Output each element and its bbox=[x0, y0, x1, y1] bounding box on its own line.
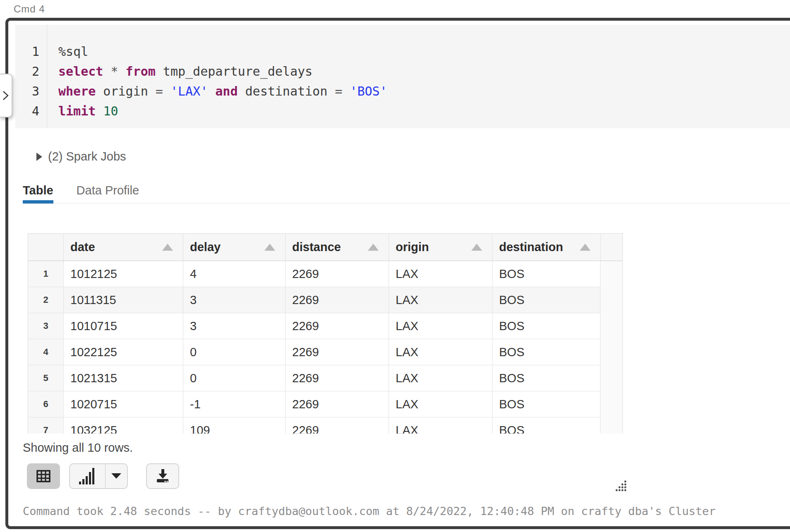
line-number: 2 bbox=[15, 62, 39, 81]
download-results-button[interactable] bbox=[146, 463, 179, 489]
chart-type-dropdown-button[interactable] bbox=[106, 464, 127, 488]
resize-handle[interactable] bbox=[615, 480, 627, 492]
table-cell: 2269 bbox=[285, 391, 389, 417]
table-cell: LAX bbox=[389, 365, 492, 391]
table-cell: 1021315 bbox=[63, 365, 183, 391]
table-row: 3101071532269LAXBOS bbox=[28, 313, 601, 339]
table-cell: BOS bbox=[492, 287, 600, 313]
code-text: limit 10 bbox=[39, 101, 118, 121]
chart-view-button[interactable] bbox=[70, 464, 106, 488]
table-cell: BOS bbox=[492, 261, 600, 287]
row-number: 4 bbox=[28, 339, 63, 365]
code-text: where origin = 'LAX' and destination = '… bbox=[39, 81, 387, 101]
row-number-header bbox=[28, 234, 63, 261]
notebook-cell: 1%sql2select * from tmp_departure_delays… bbox=[5, 18, 790, 529]
table-cell: 1032125 bbox=[63, 417, 183, 434]
table-row: 61020715-12269LAXBOS bbox=[28, 391, 601, 417]
bar-chart-icon bbox=[79, 468, 96, 484]
notebook-page: Cmd 4 1%sql2select * from tmp_departure_… bbox=[0, 0, 790, 532]
rows-status: Showing all 10 rows. bbox=[23, 441, 133, 455]
table-row: 710321251092269LAXBOS bbox=[28, 417, 601, 434]
results-toolbar bbox=[27, 463, 179, 489]
sort-icon bbox=[264, 244, 275, 251]
table-cell: LAX bbox=[389, 313, 492, 339]
code-line: 1%sql bbox=[15, 42, 790, 62]
table-cell: BOS bbox=[492, 339, 600, 365]
grip-dots-icon bbox=[615, 480, 627, 492]
row-number: 5 bbox=[28, 365, 63, 391]
line-number: 3 bbox=[15, 81, 39, 101]
code-line: 3where origin = 'LAX' and destination = … bbox=[15, 81, 790, 101]
spark-jobs-label: (2) Spark Jobs bbox=[48, 150, 126, 163]
table-cell: 1020715 bbox=[63, 391, 183, 417]
table-cell: 109 bbox=[183, 417, 285, 434]
table-cell: BOS bbox=[492, 365, 600, 391]
table-view-button[interactable] bbox=[27, 463, 60, 489]
row-number: 3 bbox=[28, 313, 63, 339]
triangle-right-icon bbox=[36, 153, 42, 161]
column-header-delay[interactable]: delay bbox=[183, 234, 285, 261]
row-number: 6 bbox=[28, 391, 63, 417]
tab-data-profile[interactable]: Data Profile bbox=[77, 184, 139, 203]
table-cell: 0 bbox=[183, 365, 285, 391]
tab-table[interactable]: Table bbox=[23, 184, 53, 203]
table-cell: 2269 bbox=[285, 313, 389, 339]
row-number: 7 bbox=[28, 417, 63, 434]
table-filler-column bbox=[600, 261, 622, 434]
table-cell: BOS bbox=[492, 313, 600, 339]
row-number: 1 bbox=[28, 261, 63, 287]
table-row: 2101131532269LAXBOS bbox=[28, 287, 601, 313]
code-text: select * from tmp_departure_delays bbox=[39, 62, 312, 81]
table-row: 5102131502269LAXBOS bbox=[28, 365, 601, 391]
table-cell: 3 bbox=[183, 313, 285, 339]
sort-icon bbox=[162, 244, 173, 251]
table-cell: 2269 bbox=[285, 261, 389, 287]
table-cell: 2269 bbox=[285, 417, 389, 434]
column-header-distance[interactable]: distance bbox=[285, 234, 389, 261]
code-line: 2select * from tmp_departure_delays bbox=[15, 62, 790, 81]
code-editor[interactable]: 1%sql2select * from tmp_departure_delays… bbox=[15, 25, 790, 128]
download-icon bbox=[155, 469, 170, 484]
results-table[interactable]: date delay distance origin destination bbox=[28, 233, 623, 434]
table-row: 4102212502269LAXBOS bbox=[28, 339, 601, 365]
cell-collapse-button[interactable] bbox=[0, 74, 12, 117]
caret-down-icon bbox=[111, 473, 121, 479]
gutter-divider bbox=[47, 25, 47, 128]
table-cell: 1012125 bbox=[63, 261, 183, 287]
sort-icon bbox=[471, 244, 482, 251]
table-cell: LAX bbox=[389, 339, 492, 365]
chevron-right-icon bbox=[2, 90, 9, 101]
code-lines: 1%sql2select * from tmp_departure_delays… bbox=[15, 42, 790, 121]
command-footer: Command took 2.48 seconds -- by craftydb… bbox=[23, 505, 716, 518]
command-label: Cmd 4 bbox=[14, 3, 45, 15]
sort-icon bbox=[580, 244, 591, 251]
table-cell: 1010715 bbox=[63, 313, 183, 339]
table-cell: BOS bbox=[492, 417, 600, 434]
spark-jobs-toggle[interactable]: (2) Spark Jobs bbox=[36, 150, 126, 163]
table-cell: 4 bbox=[183, 261, 285, 287]
table-cell: -1 bbox=[183, 391, 285, 417]
table-grid-icon bbox=[36, 470, 50, 482]
column-header-destination[interactable]: destination bbox=[492, 234, 600, 261]
column-header-origin[interactable]: origin bbox=[389, 234, 492, 261]
sort-icon bbox=[368, 244, 379, 251]
table-cell: LAX bbox=[389, 287, 492, 313]
table-cell: 0 bbox=[183, 339, 285, 365]
row-number: 2 bbox=[28, 287, 63, 313]
table-cell: 2269 bbox=[285, 365, 389, 391]
table-row: 1101212542269LAXBOS bbox=[28, 261, 601, 287]
line-number: 1 bbox=[15, 42, 39, 62]
table-cell: 3 bbox=[183, 287, 285, 313]
table-cell: LAX bbox=[389, 417, 492, 434]
table-cell: 1011315 bbox=[63, 287, 183, 313]
table-cell: LAX bbox=[389, 391, 492, 417]
table-cell: LAX bbox=[389, 261, 492, 287]
chart-view-split-button bbox=[69, 463, 128, 489]
code-line: 4limit 10 bbox=[15, 101, 790, 121]
column-header-date[interactable]: date bbox=[63, 234, 183, 261]
line-number: 4 bbox=[15, 101, 39, 121]
table-cell: 2269 bbox=[285, 287, 389, 313]
result-tabs-bar: Table Data Profile bbox=[23, 184, 790, 204]
table-body: 1101212542269LAXBOS2101131532269LAXBOS31… bbox=[28, 261, 622, 434]
table-cell: 1022125 bbox=[63, 339, 183, 365]
